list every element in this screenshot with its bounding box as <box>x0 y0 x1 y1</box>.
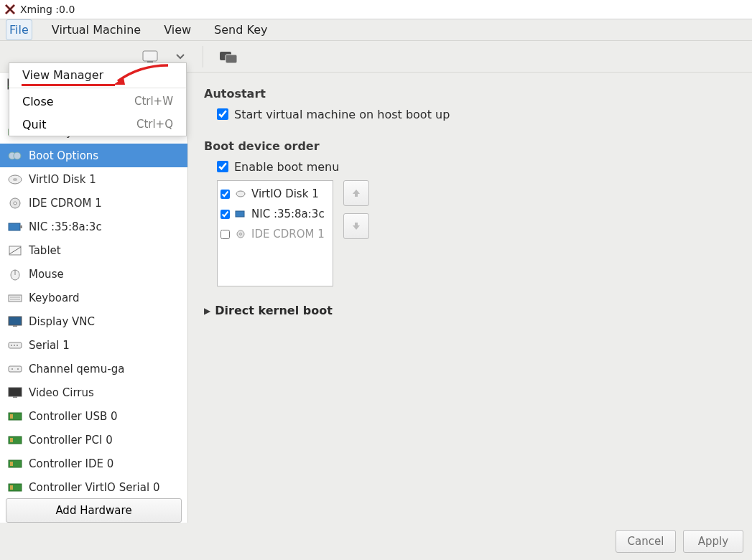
hw-item-nic-35-8a-3c[interactable]: NIC :35:8a:3c <box>0 215 187 238</box>
nic-icon <box>234 208 247 220</box>
body-split: PerformanceCPUsMemoryBoot OptionsVirtIO … <box>0 73 752 523</box>
hw-item-video-cirrus[interactable]: Video Cirrus <box>0 381 187 404</box>
window-titlebar: Xming :0.0 <box>0 0 752 19</box>
svg-rect-41 <box>10 414 13 419</box>
hw-item-label: Boot Options <box>29 149 98 162</box>
menu-send-key[interactable]: Send Key <box>210 19 271 40</box>
hw-icon <box>7 220 23 234</box>
svg-rect-26 <box>9 295 22 302</box>
svg-point-37 <box>17 368 19 370</box>
hw-item-mouse[interactable]: Mouse <box>0 262 187 286</box>
boot-item-checkbox[interactable] <box>221 190 230 199</box>
hw-icon <box>7 291 23 305</box>
svg-rect-39 <box>13 396 17 398</box>
hw-icon <box>7 149 23 163</box>
hw-icon <box>7 409 23 424</box>
boot-item-ide-cdrom-1[interactable]: IDE CDROM 1 <box>221 224 330 244</box>
autostart-checkbox[interactable]: Start virtual machine on host boot up <box>217 105 736 123</box>
hw-item-label: Video Cirrus <box>29 386 94 399</box>
boot-move-down-button[interactable] <box>343 213 369 239</box>
hw-item-label: Controller IDE 0 <box>29 457 113 470</box>
hw-item-controller-virtio-serial-0[interactable]: Controller VirtIO Serial 0 <box>0 475 187 495</box>
hw-icon <box>7 457 23 471</box>
hw-item-label: Display VNC <box>29 315 95 328</box>
disk-icon <box>234 188 247 200</box>
boot-item-checkbox[interactable] <box>221 210 230 219</box>
hw-item-controller-usb-0[interactable]: Controller USB 0 <box>0 404 187 428</box>
hw-item-boot-options[interactable]: Boot Options <box>0 144 187 167</box>
svg-rect-3 <box>226 55 237 63</box>
svg-point-32 <box>11 345 12 346</box>
boot-item-virtio-disk-1[interactable]: VirtIO Disk 1 <box>221 184 330 204</box>
cancel-button[interactable]: Cancel <box>616 530 676 553</box>
annotation-arrow <box>112 61 170 90</box>
hw-item-label: Controller USB 0 <box>29 410 118 423</box>
menu-file[interactable]: File <box>6 19 32 40</box>
fullscreen-button[interactable] <box>216 46 241 67</box>
annotation-underline <box>22 84 115 86</box>
svg-point-36 <box>11 368 13 370</box>
virt-manager-window: File Virtual Machine View Send Key Perfo… <box>0 19 752 560</box>
hw-item-label: VirtIO Disk 1 <box>29 173 96 186</box>
hw-item-controller-ide-0[interactable]: Controller IDE 0 <box>0 452 187 475</box>
svg-rect-45 <box>10 462 13 466</box>
hw-item-label: Serial 1 <box>29 339 70 352</box>
hw-item-label: Mouse <box>29 268 64 281</box>
enable-boot-menu-checkbox[interactable]: Enable boot menu <box>217 157 736 176</box>
menu-view[interactable]: View <box>160 19 195 40</box>
svg-rect-21 <box>20 225 22 228</box>
boot-item-label: NIC :35:8a:3c <box>251 207 325 220</box>
hw-icon <box>7 386 23 400</box>
svg-rect-49 <box>236 211 244 217</box>
hw-icon <box>7 314 23 329</box>
boot-item-label: IDE CDROM 1 <box>251 228 325 241</box>
svg-point-34 <box>17 345 18 346</box>
svg-rect-20 <box>9 223 20 230</box>
svg-point-17 <box>13 178 17 181</box>
boot-order-area: VirtIO Disk 1NIC :35:8a:3cIDE CDROM 1 <box>217 180 736 286</box>
hw-item-label: Channel qemu-ga <box>29 363 124 375</box>
add-hardware-button[interactable]: Add Hardware <box>6 498 182 523</box>
enable-boot-menu-label: Enable boot menu <box>234 160 339 174</box>
hw-icon <box>7 433 23 447</box>
hw-item-keyboard[interactable]: Keyboard <box>0 286 187 309</box>
hw-icon <box>7 338 23 353</box>
menu-close[interactable]: Close Ctrl+W <box>9 90 186 113</box>
hw-icon <box>7 243 23 258</box>
boot-item-checkbox[interactable] <box>221 230 230 239</box>
boot-item-label: VirtIO Disk 1 <box>251 187 319 200</box>
dialog-footer: Cancel Apply <box>607 523 752 560</box>
boot-device-list[interactable]: VirtIO Disk 1NIC :35:8a:3cIDE CDROM 1 <box>217 180 333 286</box>
hw-item-label: Controller VirtIO Serial 0 <box>29 481 159 494</box>
hw-icon <box>7 172 23 187</box>
hw-item-serial-1[interactable]: Serial 1 <box>0 333 187 357</box>
direct-kernel-boot-expander[interactable]: ▶ Direct kernel boot <box>204 304 736 317</box>
svg-rect-38 <box>9 388 22 396</box>
svg-rect-29 <box>9 317 22 325</box>
direct-kernel-label: Direct kernel boot <box>215 304 333 317</box>
hw-item-controller-pci-0[interactable]: Controller PCI 0 <box>0 428 187 452</box>
boot-options-panel: Autostart Start virtual machine on host … <box>188 73 752 523</box>
menu-virtual-machine[interactable]: Virtual Machine <box>48 19 144 40</box>
menubar: File Virtual Machine View Send Key <box>0 19 752 41</box>
hw-item-display-vnc[interactable]: Display VNC <box>0 309 187 333</box>
svg-rect-43 <box>10 438 13 442</box>
apply-button[interactable]: Apply <box>683 530 743 553</box>
hw-item-ide-cdrom-1[interactable]: IDE CDROM 1 <box>0 191 187 215</box>
hw-icon <box>7 196 23 210</box>
autostart-label: Start virtual machine on host boot up <box>234 108 450 121</box>
svg-rect-47 <box>10 485 13 490</box>
boot-item-nic-35-8a-3c[interactable]: NIC :35:8a:3c <box>221 204 330 224</box>
hw-item-tablet[interactable]: Tablet <box>0 238 187 262</box>
menu-quit[interactable]: Quit Ctrl+Q <box>9 113 186 136</box>
hw-item-virtio-disk-1[interactable]: VirtIO Disk 1 <box>0 167 187 191</box>
hw-item-channel-qemu-ga[interactable]: Channel qemu-ga <box>0 357 187 381</box>
svg-point-51 <box>240 233 242 235</box>
hw-item-label: NIC :35:8a:3c <box>29 220 102 233</box>
hw-icon <box>7 362 23 376</box>
svg-rect-30 <box>13 325 17 327</box>
hw-item-label: Tablet <box>29 244 61 257</box>
svg-point-33 <box>14 345 15 346</box>
boot-move-up-button[interactable] <box>343 180 369 206</box>
svg-rect-0 <box>143 51 157 61</box>
